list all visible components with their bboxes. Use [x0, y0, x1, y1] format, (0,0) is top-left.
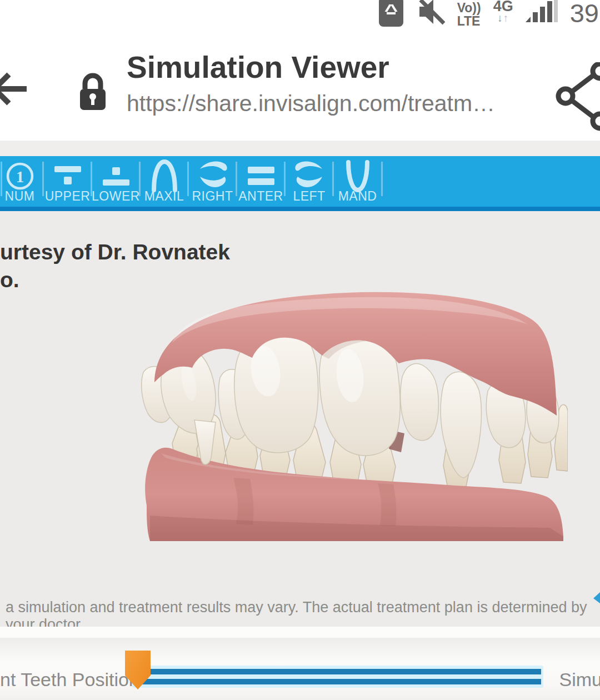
- upload-arrow: ↑: [503, 12, 509, 24]
- tool-label: MAXIL: [140, 189, 188, 204]
- tool-upper[interactable]: UPPER: [43, 156, 92, 207]
- volte-line1: Vo)): [457, 1, 481, 14]
- download-arrow: ↓: [497, 12, 503, 24]
- viewer-area[interactable]: urtesy of Dr. Rovnatek o.: [0, 211, 600, 627]
- tool-label: ANTER: [237, 189, 285, 204]
- mute-icon: [416, 0, 445, 27]
- timeline-panel: nt Teeth Position Simu: [0, 638, 600, 700]
- toolbar-accent-strip: [0, 207, 600, 211]
- battery-percent: 39: [570, 0, 599, 28]
- anterior-view-icon: [244, 159, 278, 193]
- doctor-credit-line2: o.: [0, 267, 19, 293]
- doctor-credit-line1: urtesy of Dr. Rovnatek: [0, 239, 230, 266]
- tool-label: MAND: [333, 189, 382, 204]
- tool-lower[interactable]: LOWER: [92, 156, 140, 207]
- share-icon[interactable]: [556, 62, 600, 131]
- tool-label: NUM: [0, 189, 44, 204]
- tool-label: LEFT: [285, 189, 333, 204]
- left-side-view-icon: [293, 159, 326, 193]
- slider-track[interactable]: [132, 666, 543, 688]
- right-side-view-icon: [196, 159, 229, 193]
- 4g-indicator: 4G ↓↑: [493, 0, 513, 24]
- lower-jaw-icon: [99, 159, 133, 193]
- page-url[interactable]: https://share.invisalign.com/treatm…: [127, 89, 560, 118]
- teeth-model[interactable]: [139, 277, 568, 542]
- status-bar: Vo)) LTE 4G ↓↑ 39: [0, 0, 600, 33]
- status-icons: Vo)) LTE 4G ↓↑ 39: [378, 0, 599, 28]
- back-icon[interactable]: [0, 66, 31, 112]
- svg-text:1: 1: [16, 167, 24, 186]
- simulated-position-label: Simu: [559, 669, 600, 691]
- upper-jaw-icon: [51, 159, 84, 193]
- data-saver-icon: [378, 0, 404, 28]
- view-toolbar: 1 NUM UPPER LOWER MAXIL: [0, 156, 600, 207]
- page-title: Simulation Viewer: [127, 50, 560, 84]
- tool-left[interactable]: LEFT: [285, 156, 333, 207]
- header-divider-strip: [0, 141, 600, 156]
- tool-label: UPPER: [43, 189, 92, 204]
- volte-indicator: Vo)) LTE: [457, 1, 481, 28]
- lock-icon: [78, 71, 107, 111]
- tool-label: RIGHT: [188, 189, 237, 204]
- tool-mand[interactable]: MAND: [333, 156, 382, 207]
- panel-divider-strip: [0, 627, 600, 638]
- mandibular-arch-icon: [341, 159, 374, 193]
- screen: Vo)) LTE 4G ↓↑ 39: [0, 0, 600, 700]
- volte-line2: LTE: [457, 14, 481, 28]
- signal-bars-icon: [526, 0, 558, 26]
- browser-header: Simulation Viewer https://share.invisali…: [0, 33, 600, 141]
- tool-num[interactable]: 1 NUM: [0, 156, 44, 207]
- tool-anter[interactable]: ANTER: [237, 156, 285, 207]
- tool-right[interactable]: RIGHT: [188, 156, 237, 207]
- current-position-label: nt Teeth Position: [0, 669, 139, 691]
- tool-maxil[interactable]: MAXIL: [140, 156, 188, 207]
- tool-label: LOWER: [92, 189, 140, 204]
- network-type-label: 4G: [493, 0, 513, 12]
- maxillary-arch-icon: [148, 159, 181, 193]
- number-one-circle-icon: 1: [3, 159, 37, 193]
